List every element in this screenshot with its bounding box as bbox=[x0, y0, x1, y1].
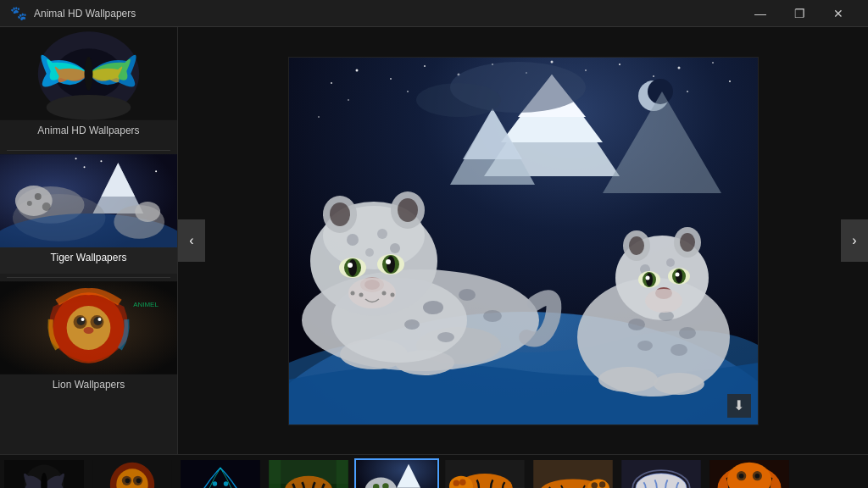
svg-point-121 bbox=[675, 272, 679, 276]
svg-point-3 bbox=[85, 57, 93, 91]
svg-point-88 bbox=[348, 263, 353, 268]
thumb-item-6[interactable] bbox=[442, 458, 527, 489]
svg-point-50 bbox=[348, 99, 349, 101]
svg-point-32 bbox=[97, 318, 101, 321]
svg-point-74 bbox=[483, 310, 502, 322]
main-svg bbox=[289, 58, 759, 425]
thumb-item-9[interactable] bbox=[707, 458, 792, 489]
svg-point-138 bbox=[224, 481, 229, 486]
title-bar: 🐾 Animal HD Wallpapers — ❐ ✕ bbox=[0, 0, 868, 27]
svg-point-87 bbox=[348, 259, 357, 276]
sidebar-item-label-tiger: Tiger Wallpapers bbox=[0, 247, 177, 267]
svg-point-125 bbox=[654, 373, 704, 395]
svg-point-29 bbox=[77, 317, 86, 325]
title-bar-left: 🐾 Animal HD Wallpapers bbox=[10, 5, 136, 21]
svg-point-161 bbox=[592, 482, 598, 488]
next-button[interactable]: › bbox=[841, 219, 868, 262]
svg-point-73 bbox=[459, 289, 476, 301]
svg-point-91 bbox=[387, 256, 395, 273]
sidebar-divider-1 bbox=[7, 150, 170, 151]
svg-point-80 bbox=[390, 243, 400, 253]
sidebar-item-lion[interactable]: ANIMEL Lion Wallpapers bbox=[0, 281, 177, 401]
sidebar-item-label-animal-hd: Animal HD Wallpapers bbox=[0, 120, 177, 140]
svg-point-82 bbox=[330, 202, 350, 226]
svg-point-31 bbox=[81, 318, 85, 321]
svg-point-137 bbox=[213, 481, 218, 486]
svg-point-134 bbox=[125, 478, 131, 483]
svg-point-102 bbox=[628, 319, 645, 330]
thumb-item-4[interactable] bbox=[266, 458, 351, 489]
svg-point-43 bbox=[550, 60, 553, 63]
sidebar-item-tiger[interactable]: Tiger Wallpapers bbox=[0, 154, 177, 274]
thumb-item-8[interactable] bbox=[619, 458, 704, 489]
maximize-button[interactable]: ❐ bbox=[780, 0, 819, 27]
svg-point-63 bbox=[416, 83, 501, 117]
svg-point-76 bbox=[437, 332, 454, 342]
svg-point-77 bbox=[347, 234, 359, 246]
sidebar-thumb-animal-hd bbox=[0, 27, 177, 120]
svg-point-113 bbox=[680, 233, 695, 252]
svg-point-18 bbox=[75, 158, 77, 159]
svg-point-52 bbox=[687, 91, 688, 92]
svg-point-49 bbox=[729, 80, 731, 82]
svg-point-53 bbox=[318, 116, 320, 118]
svg-point-96 bbox=[350, 291, 354, 295]
svg-point-17 bbox=[100, 160, 102, 162]
svg-point-30 bbox=[93, 317, 102, 325]
main-viewer: ‹ bbox=[178, 27, 868, 454]
svg-point-45 bbox=[619, 64, 620, 65]
thumb-item-5[interactable] bbox=[354, 458, 439, 489]
sidebar: Animal HD Wallpapers bbox=[0, 27, 178, 454]
prev-button[interactable]: ‹ bbox=[178, 219, 205, 262]
sidebar-thumb-tiger bbox=[0, 154, 177, 247]
close-button[interactable]: ✕ bbox=[819, 0, 858, 27]
svg-point-51 bbox=[407, 91, 409, 92]
svg-point-84 bbox=[398, 198, 418, 222]
sidebar-divider-2 bbox=[7, 277, 170, 278]
main-image: ⬇ bbox=[288, 57, 759, 425]
sidebar-item-label-lion: Lion Wallpapers bbox=[0, 374, 177, 394]
download-button[interactable]: ⬇ bbox=[727, 394, 751, 418]
download-icon: ⬇ bbox=[733, 397, 744, 413]
svg-point-16 bbox=[84, 166, 86, 168]
thumbnail-strip bbox=[0, 454, 868, 488]
svg-point-11 bbox=[15, 186, 53, 216]
svg-point-171 bbox=[739, 473, 744, 478]
svg-text:ANIMEL: ANIMEL bbox=[133, 301, 159, 308]
svg-point-124 bbox=[598, 367, 658, 392]
title-bar-controls: — ❐ ✕ bbox=[741, 0, 858, 27]
svg-point-105 bbox=[637, 341, 653, 351]
svg-point-21 bbox=[135, 202, 160, 222]
thumb-item-2[interactable] bbox=[90, 458, 175, 489]
svg-point-135 bbox=[136, 478, 142, 483]
svg-point-160 bbox=[599, 481, 605, 487]
svg-point-79 bbox=[365, 248, 374, 257]
sidebar-item-animal-hd[interactable]: Animal HD Wallpapers bbox=[0, 27, 177, 147]
svg-point-104 bbox=[679, 327, 696, 339]
svg-rect-136 bbox=[181, 460, 260, 489]
svg-point-98 bbox=[381, 291, 386, 295]
svg-point-108 bbox=[666, 258, 675, 267]
svg-rect-144 bbox=[337, 460, 348, 489]
svg-point-37 bbox=[355, 69, 358, 71]
svg-point-19 bbox=[155, 170, 157, 172]
thumb-item-3[interactable] bbox=[178, 458, 263, 489]
sidebar-thumb-lion: ANIMEL bbox=[0, 281, 177, 374]
svg-point-156 bbox=[459, 479, 465, 485]
svg-point-72 bbox=[423, 301, 443, 314]
svg-point-95 bbox=[348, 278, 396, 308]
svg-point-38 bbox=[390, 78, 392, 80]
svg-point-78 bbox=[377, 229, 387, 239]
svg-rect-143 bbox=[269, 460, 281, 489]
svg-point-14 bbox=[42, 202, 51, 211]
thumb-item-1[interactable] bbox=[2, 458, 86, 489]
svg-point-44 bbox=[585, 69, 587, 71]
svg-point-36 bbox=[331, 82, 332, 84]
svg-point-48 bbox=[712, 62, 714, 64]
svg-point-33 bbox=[84, 327, 94, 334]
minimize-button[interactable]: — bbox=[741, 0, 780, 27]
svg-point-172 bbox=[755, 473, 760, 478]
thumb-item-7[interactable] bbox=[531, 458, 615, 489]
svg-point-97 bbox=[359, 292, 363, 297]
svg-point-13 bbox=[27, 201, 32, 206]
